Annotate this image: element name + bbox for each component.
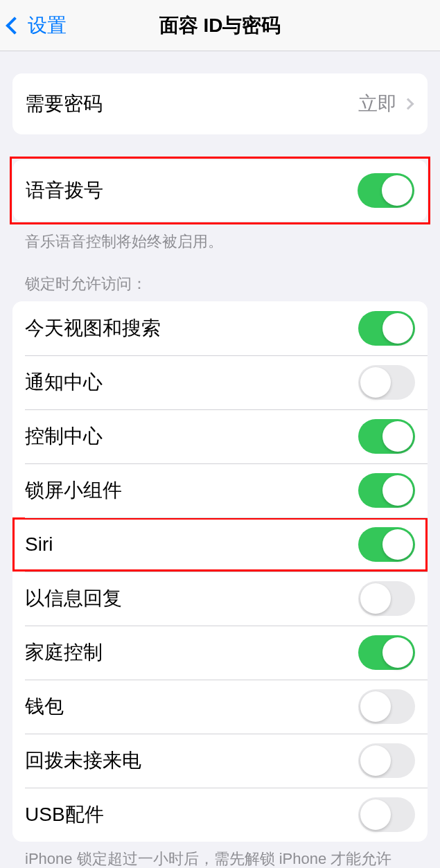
page-title: 面容 ID与密码: [159, 12, 281, 39]
locked-access-footer: iPhone 锁定超过一小时后，需先解锁 iPhone 才能允许USB 配件连接…: [0, 842, 440, 868]
voice-dial-highlight: 语音拨号: [10, 157, 430, 224]
today-view-search-toggle[interactable]: [358, 311, 415, 346]
require-passcode-value: 立即: [358, 91, 397, 117]
usb-accessories-toggle[interactable]: [358, 797, 415, 832]
passcode-group: 需要密码 立即: [12, 73, 428, 134]
navigation-bar: 设置 面容 ID与密码: [0, 0, 440, 51]
today-view-search-label: 今天视图和搜索: [25, 315, 161, 342]
usb-accessories-row: USB配件: [12, 788, 428, 842]
require-passcode-label: 需要密码: [25, 91, 103, 117]
voice-dial-group: 语音拨号: [13, 160, 427, 221]
return-missed-calls-toggle[interactable]: [358, 743, 415, 778]
return-missed-calls-label: 回拨未接来电: [25, 747, 141, 774]
home-control-toggle[interactable]: [358, 635, 415, 670]
voice-dial-row: 语音拨号: [13, 160, 427, 221]
require-passcode-row[interactable]: 需要密码 立即: [12, 73, 428, 134]
lock-screen-widgets-toggle[interactable]: [358, 473, 415, 508]
usb-accessories-label: USB配件: [25, 801, 104, 828]
siri-toggle[interactable]: [358, 527, 415, 562]
chevron-right-icon: [403, 98, 414, 110]
chevron-left-icon: [6, 17, 23, 34]
today-view-search-row: 今天视图和搜索: [12, 301, 428, 355]
wallet-label: 钱包: [25, 693, 64, 720]
siri-row: Siri: [12, 517, 428, 572]
lock-screen-widgets-row: 锁屏小组件: [12, 463, 428, 517]
siri-label: Siri: [25, 533, 53, 556]
wallet-row: 钱包: [12, 680, 428, 734]
reply-with-message-toggle[interactable]: [358, 581, 415, 616]
back-button[interactable]: 设置: [0, 0, 67, 51]
return-missed-calls-row: 回拨未接来电: [12, 734, 428, 788]
locked-access-header: 锁定时允许访问：: [0, 253, 440, 301]
voice-dial-toggle[interactable]: [358, 173, 414, 208]
home-control-row: 家庭控制: [12, 626, 428, 680]
control-center-toggle[interactable]: [358, 419, 415, 454]
reply-with-message-label: 以信息回复: [25, 585, 122, 612]
back-label: 设置: [28, 12, 67, 39]
voice-dial-footer: 音乐语音控制将始终被启用。: [0, 224, 440, 253]
reply-with-message-row: 以信息回复: [12, 572, 428, 626]
notification-center-label: 通知中心: [25, 369, 103, 396]
voice-dial-label: 语音拨号: [26, 177, 103, 204]
home-control-label: 家庭控制: [25, 639, 103, 666]
notification-center-toggle[interactable]: [358, 365, 415, 400]
notification-center-row: 通知中心: [12, 355, 428, 409]
control-center-row: 控制中心: [12, 409, 428, 463]
control-center-label: 控制中心: [25, 423, 103, 450]
wallet-toggle[interactable]: [358, 689, 415, 724]
locked-access-group: 今天视图和搜索通知中心控制中心锁屏小组件Siri以信息回复家庭控制钱包回拨未接来…: [12, 301, 428, 842]
lock-screen-widgets-label: 锁屏小组件: [25, 477, 122, 504]
